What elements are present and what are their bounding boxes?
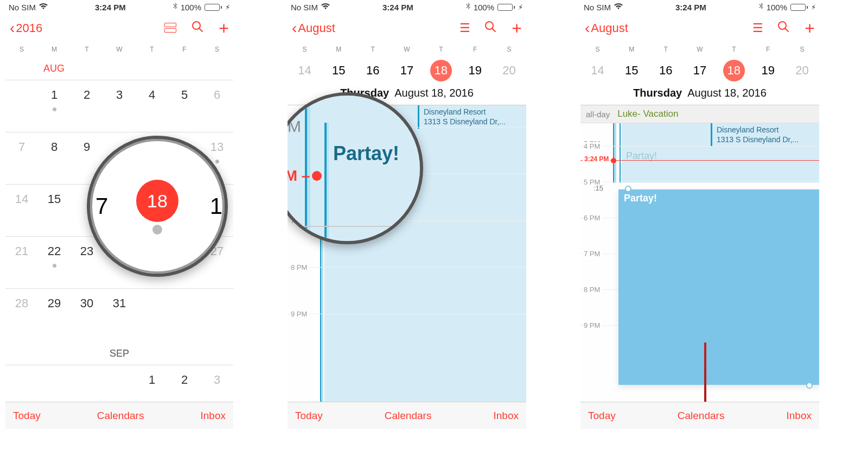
inbox-button[interactable]: Inbox (494, 410, 519, 422)
month-day-cell[interactable]: 28 (5, 288, 38, 340)
week-day[interactable]: 19 (751, 60, 785, 81)
selected-day[interactable]: 18 (723, 60, 745, 81)
month-day-cell[interactable]: 15 (38, 184, 71, 236)
time-row[interactable]: 9 PM (288, 314, 526, 360)
time-row[interactable]: 8 PM (288, 267, 526, 314)
wifi-icon (614, 3, 623, 11)
weekday-label: S (201, 46, 233, 53)
carrier-label: No SIM (291, 3, 318, 12)
nav-bar: ‹ 2016 + (5, 14, 233, 42)
drag-handle-bottom[interactable] (806, 382, 813, 389)
month-day-cell[interactable]: 29 (38, 288, 71, 340)
list-view-button[interactable]: ☰ (752, 21, 762, 35)
search-button[interactable] (777, 21, 789, 36)
week-day[interactable]: 19 (458, 60, 492, 81)
drag-start-time: :15 (593, 184, 603, 192)
month-day-cell[interactable]: 4 (136, 80, 168, 132)
month-day-cell[interactable]: 30 (71, 288, 103, 340)
status-bar: No SIM 3:24 PM 100% ⚡︎ (288, 0, 526, 14)
svg-line-1 (200, 29, 203, 32)
time-row[interactable]: 3 PM (580, 123, 819, 146)
month-day-cell[interactable]: 6 (201, 80, 233, 132)
back-button[interactable]: ‹ 2016 (10, 20, 42, 37)
week-day[interactable]: 18 (717, 60, 751, 81)
month-day-cell[interactable] (38, 365, 71, 397)
add-event-button[interactable]: + (805, 18, 815, 39)
add-event-button[interactable]: + (219, 18, 229, 39)
svg-line-3 (493, 29, 496, 32)
week-day[interactable]: 15 (615, 60, 649, 81)
month-day-cell[interactable]: 1 (38, 80, 71, 132)
month-day-cell[interactable]: 1 (136, 365, 168, 397)
weekday-label: F (751, 46, 785, 53)
allday-event-title[interactable]: Luke- Vacation (617, 109, 678, 119)
view-toggle-button[interactable] (164, 21, 176, 36)
calendars-button[interactable]: Calendars (97, 410, 144, 422)
week-strip[interactable]: 14151617181920 (288, 58, 526, 87)
month-day-cell[interactable]: 5 (168, 80, 201, 132)
selected-day[interactable]: 18 (430, 60, 452, 81)
day-number: 20 (502, 64, 515, 78)
week-day[interactable]: 20 (492, 60, 526, 81)
event-title[interactable]: Partay! (333, 142, 399, 165)
today-button[interactable]: Today (13, 410, 41, 422)
phone-drag-event-view: No SIM 3:24 PM 100% ⚡︎ ‹ August ☰ + SMTW… (580, 0, 819, 429)
month-day-cell[interactable] (103, 365, 136, 397)
month-day-cell[interactable] (5, 80, 38, 132)
dragging-event[interactable]: Partay! (618, 189, 819, 385)
day-title-date: August 18, 2016 (687, 87, 767, 99)
week-day[interactable]: 14 (288, 60, 322, 81)
day-title: Thursday August 18, 2016 (580, 87, 819, 105)
allday-row[interactable]: all-day Luke- Vacation (580, 105, 819, 123)
list-view-button[interactable]: ☰ (459, 21, 469, 35)
month-day-cell[interactable]: 22 (38, 236, 71, 288)
hour-label: 9 PM (584, 321, 602, 329)
month-day-cell[interactable] (136, 288, 168, 340)
month-day-cell[interactable]: 31 (103, 288, 136, 340)
day-number: 16 (659, 64, 672, 78)
month-day-cell[interactable] (168, 288, 201, 340)
month-day-cell[interactable] (71, 365, 103, 397)
week-day[interactable]: 15 (322, 60, 356, 81)
day-number: 14 (591, 64, 604, 78)
week-strip[interactable]: 14151617181920 (580, 58, 819, 87)
bottom-toolbar: Today Calendars Inbox (580, 402, 819, 429)
inbox-button[interactable]: Inbox (787, 410, 812, 422)
month-day-cell[interactable] (201, 288, 233, 340)
week-day[interactable]: 14 (580, 60, 615, 81)
week-day[interactable]: 16 (356, 60, 390, 81)
month-day-cell[interactable]: 3 (103, 80, 136, 132)
search-button[interactable] (192, 21, 203, 36)
week-day[interactable]: 20 (785, 60, 819, 81)
location-card[interactable]: Disneyland Resort 1313 S Disneyland Dr,.… (418, 105, 526, 129)
status-time: 3:24 PM (382, 3, 413, 12)
inbox-button[interactable]: Inbox (201, 410, 226, 422)
month-day-cell[interactable]: 8 (38, 132, 71, 184)
month-day-cell[interactable]: 2 (168, 365, 201, 397)
search-button[interactable] (484, 21, 496, 36)
back-button[interactable]: ‹ August (585, 20, 628, 37)
month-day-cell[interactable]: 14 (5, 184, 38, 236)
today-button[interactable]: Today (295, 410, 323, 422)
calendars-button[interactable]: Calendars (678, 410, 725, 422)
drag-handle-top[interactable] (625, 186, 631, 192)
time-row[interactable]: 4 PM (580, 146, 819, 182)
back-button[interactable]: ‹ August (292, 20, 335, 37)
status-left: No SIM (9, 3, 48, 12)
week-day[interactable]: 17 (390, 60, 424, 81)
week-day[interactable]: 18 (424, 60, 458, 81)
calendars-button[interactable]: Calendars (385, 410, 432, 422)
month-day-cell[interactable]: 3 (201, 365, 233, 397)
nav-bar: ‹ August ☰ + (580, 14, 819, 42)
month-day-cell[interactable]: 7 (5, 132, 38, 184)
month-day-cell[interactable]: 2 (71, 80, 103, 132)
today-button[interactable]: Today (588, 410, 616, 422)
week-day[interactable]: 17 (683, 60, 717, 81)
day-timeline[interactable]: Disneyland Resort 1313 S Disneyland Dr,.… (580, 123, 819, 402)
event-dot-icon (152, 225, 162, 234)
selected-day-bubble[interactable]: 18 (136, 180, 178, 222)
week-day[interactable]: 16 (649, 60, 683, 81)
month-day-cell[interactable] (5, 365, 38, 397)
month-day-cell[interactable]: 21 (5, 236, 38, 288)
add-event-button[interactable]: + (512, 18, 522, 39)
